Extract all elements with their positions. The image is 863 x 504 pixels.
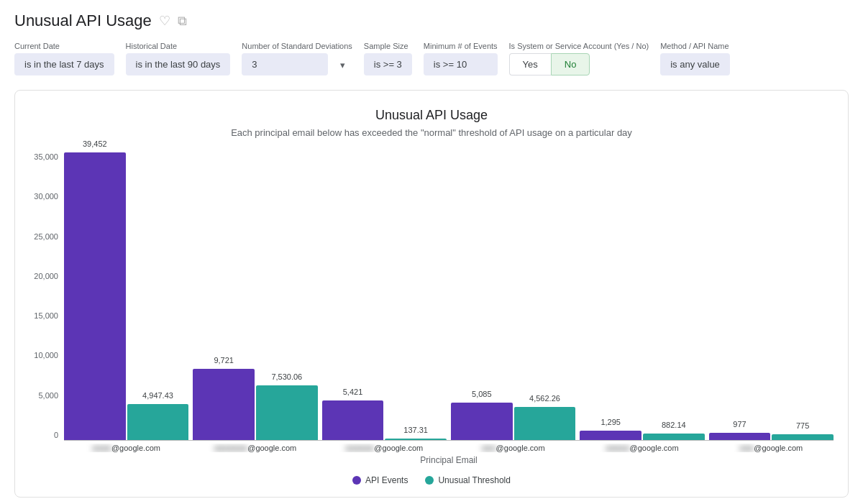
api-events-bar: 9,721 [193,369,255,440]
bar-group: 977775 [709,433,834,440]
bar-group: 5,0854,562.26 [451,403,575,440]
threshold-bar: 4,562.26 [514,407,576,440]
api-events-legend: API Events [352,475,408,485]
chart-area: 05,00010,00015,00020,00025,00030,00035,0… [29,152,834,465]
x-axis-label: ●●●●●●@google.com [322,444,447,452]
api-events-bar: 5,421 [322,400,384,440]
api-bar-label: 9,721 [214,356,234,365]
min-events-value: is >= 10 [424,53,498,75]
x-axis-label: ●●●●@google.com [64,444,188,452]
threshold-bar-label: 7,530.06 [271,372,302,381]
y-axis-label: 35,000 [29,152,64,161]
current-date-label: Current Date [14,42,114,50]
x-axis-labels: ●●●●@google.com●●●●●●●@google.com●●●●●●@… [64,444,834,452]
system-account-toggle: Yes No [509,53,649,75]
chart-subtitle: Each principal email below has exceeded … [29,127,834,138]
historical-date-label: Historical Date [126,42,231,50]
sample-size-filter: Sample Size is >= 3 [364,42,412,75]
sample-size-value: is >= 3 [364,53,412,75]
x-axis-title: Principal Email [64,455,834,465]
min-events-filter: Minimum # of Events is >= 10 [424,42,498,75]
min-events-label: Minimum # of Events [424,42,498,50]
threshold-bar: 775 [772,434,834,440]
api-events-bar: 1,295 [580,431,641,440]
page-container: Unusual API Usage ♡ ⧉ Current Date is in… [0,0,863,504]
y-axis-label: 25,000 [29,232,64,241]
threshold-bar-label: 4,947.43 [142,391,173,400]
std-deviations-filter: Number of Standard Deviations 3 [242,42,352,75]
api-events-bar: 39,452 [64,152,126,440]
historical-date-filter: Historical Date is in the last 90 days [126,42,231,75]
threshold-bar-label: 775 [796,421,809,430]
threshold-bar: 137.31 [385,439,447,440]
heart-icon[interactable]: ♡ [159,13,170,29]
std-deviations-label: Number of Standard Deviations [242,42,352,50]
zero-line [64,440,834,441]
threshold-bar: 4,947.43 [127,404,189,440]
x-axis-label: ●●●@google.com [451,444,575,452]
api-events-bar: 5,085 [451,403,513,440]
sample-size-label: Sample Size [364,42,412,50]
chart-container: Unusual API Usage Each principal email b… [14,90,849,498]
y-axis: 05,00010,00015,00020,00025,00030,00035,0… [29,152,64,465]
y-axis-label: 20,000 [29,272,64,280]
method-api-filter: Method / API Name is any value [660,42,730,75]
page-title: Unusual API Usage [14,12,152,30]
current-date-filter: Current Date is in the last 7 days [14,42,114,75]
y-axis-label: 0 [29,431,64,439]
title-row: Unusual API Usage ♡ ⧉ [14,12,849,30]
y-axis-label: 15,000 [29,311,64,320]
std-deviations-select[interactable]: 3 [242,53,328,75]
chart-legend: API Events Unusual Threshold [29,475,834,485]
threshold-bar-label: 4,562.26 [529,394,560,403]
copy-icon[interactable]: ⧉ [178,14,187,29]
system-account-label: Is System or Service Account (Yes / No) [509,42,649,50]
method-api-label: Method / API Name [660,42,730,50]
yes-button[interactable]: Yes [509,53,551,75]
api-events-legend-label: API Events [365,475,408,485]
api-bar-label: 39,452 [83,139,107,148]
bars-row: 39,4524,947.439,7217,530.065,421137.315,… [64,152,834,440]
std-deviations-wrapper: 3 [242,53,352,75]
y-axis-label: 30,000 [29,192,64,201]
threshold-bar: 7,530.06 [256,385,318,440]
x-axis-label: ●●●●●@google.com [580,444,704,452]
api-bar-label: 5,085 [472,390,492,398]
bar-group: 39,4524,947.43 [64,152,188,440]
bar-group: 5,421137.31 [322,400,447,440]
api-bar-label: 977 [733,420,746,429]
threshold-dot [425,476,434,485]
x-axis-label: ●●●●●●●@google.com [193,444,317,452]
system-account-filter: Is System or Service Account (Yes / No) … [509,42,649,75]
threshold-bar: 882.14 [643,434,705,440]
y-axis-label: 10,000 [29,351,64,359]
historical-date-value: is in the last 90 days [126,53,231,75]
threshold-legend-label: Unusual Threshold [438,475,511,485]
chart-title: Unusual API Usage [29,108,834,123]
filter-bar: Current Date is in the last 7 days Histo… [14,42,849,75]
no-button[interactable]: No [551,53,590,75]
threshold-bar-label: 137.31 [403,426,428,434]
bar-group: 9,7217,530.06 [193,369,317,440]
current-date-value: is in the last 7 days [14,53,114,75]
threshold-bar-label: 882.14 [662,421,686,429]
method-api-value: is any value [660,53,730,75]
api-events-bar: 977 [709,433,771,440]
chart-body: 39,4524,947.439,7217,530.065,421137.315,… [64,152,834,465]
x-axis-label: ●●●@google.com [709,444,834,452]
api-bar-label: 5,421 [343,388,363,396]
y-axis-label: 5,000 [29,391,64,400]
threshold-legend: Unusual Threshold [425,475,511,485]
api-bar-label: 1,295 [601,418,621,426]
api-events-dot [352,476,361,485]
bar-group: 1,295882.14 [580,431,704,440]
